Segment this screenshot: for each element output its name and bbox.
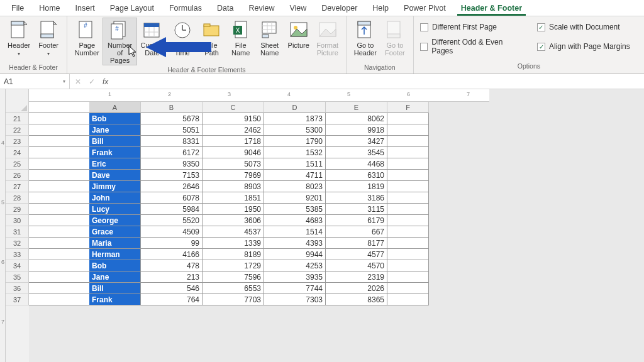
cell[interactable]: 3606 [203,215,264,226]
cell[interactable] [387,272,429,283]
sheet-name-button[interactable]: Sheet Name [255,18,284,58]
name-box[interactable]: A1▾ [0,74,70,89]
row-header[interactable]: 33 [6,249,29,260]
cell[interactable]: John [89,192,141,204]
row-header[interactable]: 30 [6,215,29,226]
cell[interactable]: 4509 [141,226,203,238]
cell[interactable]: 213 [141,272,203,283]
row-header[interactable]: 24 [6,147,29,158]
cell[interactable]: 5051 [141,124,203,136]
cell[interactable]: 9350 [141,158,203,170]
cell[interactable]: 3935 [264,272,326,283]
cell[interactable]: 5678 [141,113,203,124]
row-header[interactable]: 23 [6,136,29,147]
tab-developer[interactable]: Developer [314,1,365,15]
cell[interactable]: 8189 [203,249,264,260]
cell[interactable]: 9918 [326,124,387,136]
cell[interactable]: 9201 [264,192,326,204]
row-header[interactable]: 21 [6,113,29,124]
tab-insert[interactable]: Insert [68,1,103,15]
goto-header-button[interactable]: Go to Header [350,18,380,58]
cell[interactable] [387,204,429,215]
cell[interactable] [387,170,429,181]
col-header-a[interactable]: A [89,102,141,113]
row-header[interactable]: 22 [6,124,29,136]
cell[interactable]: 5300 [264,124,326,136]
cell[interactable]: 546 [141,283,203,294]
row-header[interactable]: 25 [6,158,29,170]
cell[interactable]: 3115 [326,204,387,215]
chk-align-margins[interactable]: ✓Align with Page Margins [537,38,638,55]
tab-page-layout[interactable]: Page Layout [103,1,162,15]
tab-data[interactable]: Data [209,1,241,15]
cell[interactable]: 6078 [141,192,203,204]
cell[interactable]: 1873 [264,113,326,124]
row-header[interactable]: 26 [6,170,29,181]
cell[interactable] [387,238,429,249]
row-header[interactable]: 31 [6,226,29,238]
cell[interactable] [387,260,429,272]
cell[interactable] [387,249,429,260]
cell[interactable]: 5984 [141,204,203,215]
col-header-d[interactable]: D [264,102,326,113]
formula-bar[interactable] [113,74,644,89]
cell[interactable]: 4570 [326,260,387,272]
cell[interactable]: 667 [326,226,387,238]
cancel-icon[interactable]: ✕ [75,77,81,86]
footer-button[interactable]: Footer▾ [34,18,63,58]
tab-home[interactable]: Home [31,1,67,15]
cell[interactable]: Jimmy [89,181,141,192]
cell[interactable]: 8023 [264,181,326,192]
col-header-f[interactable]: F [387,102,429,113]
cell[interactable]: 7969 [203,170,264,181]
cell[interactable]: 1532 [264,147,326,158]
col-header-e[interactable]: E [326,102,387,113]
chk-scale[interactable]: ✓Scale with Document [537,23,638,31]
cell[interactable]: Maria [89,238,141,249]
cell[interactable] [387,294,429,305]
cell[interactable]: 7153 [141,170,203,181]
cell[interactable] [387,226,429,238]
cell[interactable]: 6172 [141,147,203,158]
cell[interactable]: Dave [89,170,141,181]
cell[interactable]: 1729 [203,260,264,272]
cell[interactable] [387,158,429,170]
cell[interactable]: 9046 [203,147,264,158]
cell[interactable]: 3427 [326,136,387,147]
cell[interactable] [387,124,429,136]
cell[interactable]: 4253 [264,260,326,272]
row-header[interactable]: 32 [6,238,29,249]
cell[interactable] [387,283,429,294]
tab-formulas[interactable]: Formulas [162,1,209,15]
tab-file[interactable]: File [4,1,31,15]
cell[interactable]: Jane [89,124,141,136]
cell[interactable]: 4577 [326,249,387,260]
cell[interactable]: 1339 [203,238,264,249]
cell[interactable]: 5385 [264,204,326,215]
header-button[interactable]: Header▾ [4,18,34,58]
col-header-c[interactable]: C [203,102,264,113]
cell[interactable]: Bob [89,113,141,124]
cell[interactable]: 764 [141,294,203,305]
cell[interactable]: 8331 [141,136,203,147]
cell[interactable]: 5520 [141,215,203,226]
cell[interactable]: Frank [89,294,141,305]
cell[interactable]: 7303 [264,294,326,305]
cell[interactable]: 4166 [141,249,203,260]
cell[interactable]: 6179 [326,215,387,226]
cell[interactable]: Grace [89,226,141,238]
cell[interactable] [387,181,429,192]
cell[interactable] [387,192,429,204]
cell[interactable]: 4683 [264,215,326,226]
cell[interactable]: 2646 [141,181,203,192]
cell[interactable]: Frank [89,147,141,158]
tab-review[interactable]: Review [241,1,282,15]
chk-different-odd-even[interactable]: Different Odd & Even Pages [420,38,521,55]
cell[interactable]: 2026 [326,283,387,294]
cell[interactable]: 7744 [264,283,326,294]
row-header[interactable]: 29 [6,204,29,215]
row-header[interactable]: 36 [6,283,29,294]
cell[interactable] [387,147,429,158]
cell[interactable]: 4537 [203,226,264,238]
cell[interactable]: 1514 [264,226,326,238]
